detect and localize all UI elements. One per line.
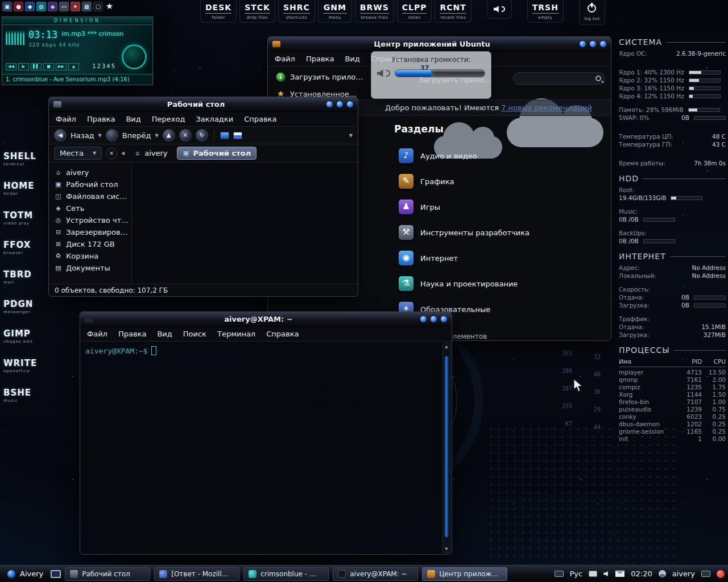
dock-item-gnm[interactable]: GNM menu	[318, 0, 352, 23]
close-button[interactable]	[440, 315, 448, 323]
launcher-banshee[interactable]: BSHE music	[3, 388, 37, 403]
menu-search[interactable]: Поиск	[183, 330, 206, 338]
menu-view[interactable]: Вид	[345, 55, 359, 63]
dock-item-shrc[interactable]: SHRC shortcuts	[278, 0, 315, 23]
menu-file[interactable]: Файл	[87, 330, 107, 338]
titlebar[interactable]: aivery@XPAM: ~	[80, 312, 452, 327]
mail-icon[interactable]	[615, 571, 624, 577]
dock-item-stck[interactable]: STCK drop files	[239, 0, 275, 23]
menu-file[interactable]: Файл	[56, 115, 76, 123]
volume-tray-icon[interactable]	[603, 571, 609, 577]
stop-button[interactable]: ■	[43, 63, 54, 70]
launcher-writer[interactable]: WRITE openoffice	[3, 358, 37, 373]
launcher-thunderbird[interactable]: TBRD mail	[3, 269, 37, 285]
menu-bookmarks[interactable]: Закладки	[196, 115, 233, 123]
menu-edit[interactable]: Правка	[87, 115, 115, 123]
launcher-gimp[interactable]: GIMP images edit	[3, 329, 37, 344]
printer-icon[interactable]	[589, 571, 597, 577]
window-app-icon[interactable]: ▣	[2, 2, 12, 11]
menu-view[interactable]: Вид	[157, 330, 172, 338]
main-menu-button[interactable]: Aivery	[3, 568, 47, 580]
launcher-shell[interactable]: SHELL terminal	[3, 151, 37, 167]
play-button[interactable]: ▶	[18, 63, 29, 70]
forward-icon[interactable]	[106, 129, 118, 142]
places-dropdown[interactable]: Места ▼	[54, 147, 102, 160]
place-filesystem[interactable]: ◫ Файловая сис…	[49, 190, 131, 202]
scrollbar[interactable]: ▲ ▼	[442, 343, 450, 553]
clear-location-button[interactable]: ×	[106, 148, 117, 159]
place-optical-drive[interactable]: ◎ Устройство чт…	[49, 214, 131, 226]
dock-item-desk[interactable]: DESK folder	[200, 0, 237, 23]
category-games[interactable]: ♟ Игры	[399, 199, 440, 214]
bookmark-icon[interactable]	[233, 132, 242, 139]
player-volume-knob[interactable]	[122, 44, 147, 69]
reload-button[interactable]: ↻	[196, 129, 208, 142]
monitor-app-icon[interactable]: ▢	[93, 2, 103, 11]
category-internet[interactable]: ◉ Интернет	[399, 251, 458, 265]
dock-item-brws[interactable]: BRWS browse files	[355, 0, 394, 23]
breadcrumb-desktop[interactable]: ▣ Рабочий стол	[177, 147, 257, 160]
eject-button[interactable]: ▲	[68, 63, 79, 70]
minimize-button[interactable]	[420, 315, 427, 323]
dock-item-rcnt[interactable]: RCNT recent files	[435, 0, 471, 23]
close-button[interactable]	[346, 101, 354, 108]
place-network[interactable]: ◈ Сеть	[49, 202, 131, 214]
forward-history-dropdown[interactable]: ▼	[155, 133, 158, 138]
keyboard-app-icon[interactable]: ▭	[59, 2, 69, 11]
scroll-down-icon[interactable]: ▼	[443, 546, 450, 552]
grid-app-icon[interactable]: ▦	[82, 2, 92, 11]
launcher-firefox[interactable]: FFOX browser	[3, 240, 37, 255]
playlist-entry[interactable]: 1. crimsonblue - Ave Sensorium.mp3 (4:16…	[2, 74, 153, 85]
place-disk-172gb[interactable]: ⊞ Диск 172 GB	[49, 238, 131, 250]
menu-edit[interactable]: Правка	[306, 55, 334, 63]
terminal-content[interactable]: aivery@XPAM:~$ ▲ ▼	[80, 342, 452, 554]
purple-app-icon[interactable]: ◈	[48, 2, 57, 11]
back-icon[interactable]: ◀	[54, 129, 67, 142]
place-desktop[interactable]: ▣ Рабочий стол	[49, 178, 131, 190]
maximize-button[interactable]	[430, 315, 437, 323]
clock[interactable]: 02:20	[631, 569, 652, 578]
category-graphics[interactable]: ✎ Графика	[399, 174, 454, 189]
file-view[interactable]	[132, 163, 358, 284]
recommendations-link[interactable]: 7 новых рекомендаций	[501, 103, 592, 112]
computer-icon[interactable]	[220, 132, 229, 139]
media-app-icon[interactable]: ●	[14, 2, 23, 11]
task-terminal[interactable]: aivery@XPAM: ~	[333, 567, 418, 581]
minimize-button[interactable]	[579, 40, 586, 48]
language-indicator[interactable]: Рус	[570, 569, 583, 578]
task-player[interactable]: crimsonblue - …	[243, 567, 329, 581]
menu-view[interactable]: Вид	[126, 115, 140, 123]
category-developer-tools[interactable]: ⚒ Инструменты разработчика	[399, 225, 530, 240]
pause-button[interactable]: ▌▌	[31, 63, 42, 70]
task-mozilla[interactable]: [Ответ - Mozill…	[154, 567, 239, 581]
menu-edit[interactable]: Правка	[118, 330, 146, 338]
red-badge-icon[interactable]: ✦	[71, 2, 80, 11]
place-home[interactable]: ⌂ aivery	[49, 167, 131, 178]
next-button[interactable]: ▶▶	[56, 63, 67, 70]
stop-button[interactable]: ×	[179, 129, 192, 142]
launcher-home[interactable]: HOME folder	[3, 181, 37, 196]
breadcrumb-home[interactable]: ⌂ aivery	[129, 147, 172, 159]
show-desktop-icon[interactable]	[51, 570, 61, 578]
maximize-button[interactable]	[336, 101, 344, 108]
dock-volume-button[interactable]	[487, 0, 512, 19]
scrollbar-thumb[interactable]	[444, 356, 449, 538]
volume-slider[interactable]	[395, 69, 485, 77]
search-input[interactable]	[517, 74, 595, 82]
menu-terminal[interactable]: Терминал	[217, 330, 255, 338]
dock-logout-button[interactable]: log out	[579, 0, 605, 25]
scroll-left-icon[interactable]: ◀	[121, 151, 125, 156]
maximize-button[interactable]	[589, 40, 597, 48]
search-box[interactable]	[513, 72, 605, 85]
user-name[interactable]: aivery	[672, 569, 695, 578]
toolbar-overflow-dropdown[interactable]: ▼	[349, 133, 353, 138]
close-button[interactable]	[599, 40, 607, 48]
dock-trash-button[interactable]: TRSH empty	[527, 0, 564, 23]
nav-get-software[interactable]: ↓ Загрузить прило…	[276, 72, 363, 82]
launcher-pidgin[interactable]: PDGN messenger	[3, 299, 37, 314]
player-titlebar[interactable]: DIMENSION	[2, 16, 153, 25]
titlebar[interactable]: Центр приложений Ubuntu	[268, 37, 611, 52]
prev-button[interactable]: ◀◀	[6, 63, 16, 70]
menu-help[interactable]: Справка	[266, 330, 299, 338]
task-desktop[interactable]: Рабочий стол	[65, 567, 150, 581]
